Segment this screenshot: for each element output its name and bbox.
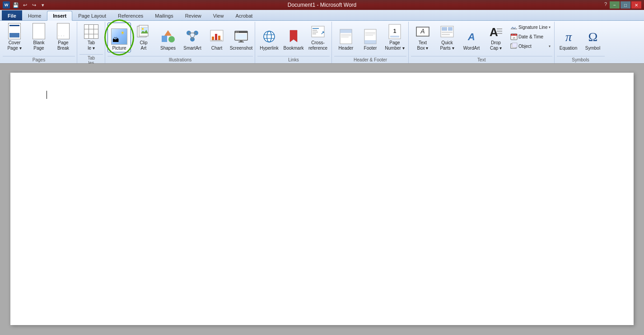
drop-cap-button[interactable]: A DropCap ▾ bbox=[484, 23, 508, 52]
close-button[interactable]: ✕ bbox=[631, 1, 641, 9]
chart-icon bbox=[209, 28, 225, 45]
footer-button[interactable]: Footer bbox=[359, 23, 382, 52]
document-area bbox=[0, 64, 644, 334]
header-button[interactable]: Header bbox=[334, 23, 358, 52]
group-pages-label: Pages bbox=[3, 56, 75, 63]
text-box-button[interactable]: A TextBox ▾ bbox=[411, 23, 434, 52]
svg-text:↗: ↗ bbox=[321, 30, 324, 35]
clip-art-button[interactable]: ClipArt bbox=[132, 23, 155, 52]
title-bar-left: W 💾 ↩ ↪ ▾ bbox=[3, 1, 47, 9]
hyperlink-button[interactable]: Hyperlink bbox=[257, 23, 281, 52]
undo-button[interactable]: ↩ bbox=[21, 1, 29, 9]
minimize-button[interactable]: − bbox=[610, 1, 620, 9]
object-button[interactable]: Object ▾ bbox=[509, 42, 552, 51]
cross-reference-icon: ↗ bbox=[310, 24, 326, 39]
screenshot-icon bbox=[233, 28, 249, 45]
tab-acrobat[interactable]: Acrobat bbox=[229, 10, 258, 20]
bookmark-button[interactable]: Bookmark bbox=[282, 23, 305, 52]
help-button[interactable]: ? bbox=[602, 1, 609, 9]
picture-button[interactable]: Picture bbox=[107, 23, 131, 52]
page-number-icon: 1 bbox=[387, 24, 403, 39]
hyperlink-label: Hyperlink bbox=[260, 46, 279, 51]
svg-rect-56 bbox=[442, 34, 450, 35]
customize-quick-access-button[interactable]: ▾ bbox=[39, 1, 47, 9]
maximize-button[interactable]: □ bbox=[621, 1, 630, 9]
group-symbols-content: π Equation Ω Symbol bbox=[557, 23, 605, 55]
group-header-footer-content: Header Footer bbox=[334, 23, 406, 55]
tab-view[interactable]: View bbox=[207, 10, 230, 20]
tab-review[interactable]: Review bbox=[179, 10, 207, 20]
group-text-content: A TextBox ▾ bbox=[411, 23, 552, 55]
tab-bar: File Home Insert Page Layout References … bbox=[0, 10, 644, 21]
clip-art-icon bbox=[135, 24, 152, 39]
quick-access-toolbar: 💾 ↩ ↪ ▾ bbox=[12, 1, 47, 9]
svg-rect-15 bbox=[212, 37, 214, 40]
smartart-button[interactable]: SmartArt bbox=[181, 23, 204, 52]
wordart-icon: A bbox=[463, 28, 480, 45]
screenshot-button[interactable]: Screenshot bbox=[229, 23, 253, 52]
group-tables: Table ▾ Tables bbox=[78, 22, 105, 63]
chart-button[interactable]: Chart bbox=[205, 23, 229, 52]
svg-rect-64 bbox=[511, 34, 517, 36]
date-time-button[interactable]: 15 Date & Time bbox=[509, 32, 552, 41]
svg-rect-43 bbox=[364, 40, 376, 44]
svg-text:1: 1 bbox=[393, 28, 397, 34]
wordart-button[interactable]: A WordArt bbox=[460, 23, 483, 52]
tab-insert[interactable]: Insert bbox=[47, 11, 72, 21]
drop-cap-label: DropCap ▾ bbox=[490, 40, 502, 51]
svg-rect-22 bbox=[238, 32, 238, 33]
smartart-icon bbox=[184, 28, 201, 45]
svg-rect-24 bbox=[240, 40, 243, 42]
group-illustrations: Picture ClipArt bbox=[106, 22, 255, 63]
page-break-label: PageBreak bbox=[57, 40, 69, 51]
group-links: Hyperlink Bookmark bbox=[256, 22, 332, 63]
cross-reference-button[interactable]: ↗ Cross-reference bbox=[306, 23, 330, 52]
group-text-label: Text bbox=[411, 56, 552, 63]
document-page[interactable] bbox=[10, 73, 634, 325]
picture-icon bbox=[111, 28, 127, 45]
signature-line-button[interactable]: Signature Line ▾ bbox=[509, 23, 552, 32]
chart-label: Chart bbox=[211, 46, 222, 51]
quick-parts-button[interactable]: QuickParts ▾ bbox=[435, 23, 459, 52]
header-label: Header bbox=[339, 46, 354, 51]
svg-text:15: 15 bbox=[513, 37, 515, 39]
equation-button[interactable]: π Equation bbox=[557, 23, 580, 52]
svg-text:A: A bbox=[467, 31, 475, 42]
bookmark-label: Bookmark bbox=[283, 46, 303, 51]
redo-button[interactable]: ↪ bbox=[30, 1, 38, 9]
cover-page-button[interactable]: CoverPage ▾ bbox=[3, 23, 26, 52]
group-illustrations-label: Illustrations bbox=[107, 56, 253, 63]
signature-line-arrow: ▾ bbox=[549, 25, 551, 29]
signature-line-icon bbox=[510, 23, 518, 31]
svg-text:Ω: Ω bbox=[588, 30, 597, 44]
tab-mailings[interactable]: Mailings bbox=[149, 10, 179, 20]
text-box-label: TextBox ▾ bbox=[417, 40, 428, 51]
header-icon bbox=[338, 28, 354, 45]
svg-rect-69 bbox=[512, 43, 517, 47]
group-pages-content: CoverPage ▾ BlankPage PageBreak bbox=[3, 23, 75, 55]
wordart-label: WordArt bbox=[463, 46, 480, 51]
tab-home[interactable]: Home bbox=[22, 10, 47, 20]
quick-parts-icon bbox=[439, 24, 455, 39]
svg-rect-17 bbox=[218, 36, 220, 40]
shapes-button[interactable]: Shapes bbox=[156, 23, 180, 52]
text-box-icon: A bbox=[415, 24, 431, 39]
save-button[interactable]: 💾 bbox=[12, 1, 20, 9]
svg-rect-38 bbox=[340, 29, 352, 33]
page-number-button[interactable]: 1 PageNumber ▾ bbox=[383, 23, 406, 52]
blank-page-button[interactable]: BlankPage bbox=[27, 23, 51, 52]
page-break-button[interactable]: PageBreak bbox=[51, 23, 75, 52]
equation-icon: π bbox=[560, 28, 577, 45]
tab-references[interactable]: References bbox=[112, 10, 149, 20]
quick-parts-label: QuickParts ▾ bbox=[440, 40, 454, 51]
svg-text:π: π bbox=[565, 30, 572, 44]
tab-pagelayout[interactable]: Page Layout bbox=[72, 10, 112, 20]
symbol-button[interactable]: Ω Symbol bbox=[581, 23, 605, 52]
svg-point-4 bbox=[142, 28, 144, 30]
svg-rect-20 bbox=[235, 31, 247, 33]
tab-file[interactable]: File bbox=[2, 10, 22, 20]
window-controls: ? − □ ✕ bbox=[602, 1, 641, 9]
table-button[interactable]: Table ▾ bbox=[79, 23, 103, 52]
symbol-label: Symbol bbox=[585, 46, 600, 51]
svg-rect-5 bbox=[162, 36, 167, 42]
